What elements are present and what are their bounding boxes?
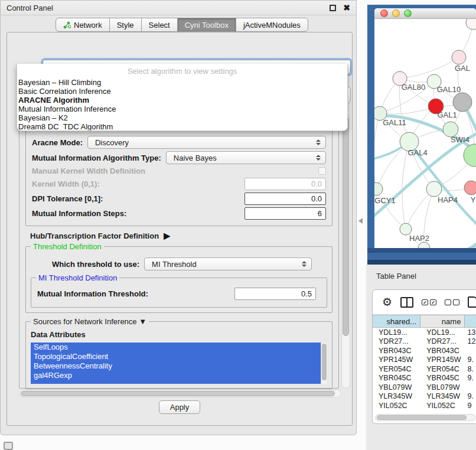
dpi-tolerance-field[interactable]: 0.0	[244, 193, 326, 205]
algorithm-option-basic-correlation-inference[interactable]: Basic Correlation Inference	[17, 87, 347, 96]
algorithm-definition-group: Algorithm Definition Aracne Mode: Discov…	[25, 125, 332, 226]
zoom-window-icon[interactable]	[404, 9, 412, 17]
minimize-window-icon[interactable]	[392, 9, 400, 17]
attributes-list-scrollbar[interactable]	[321, 343, 327, 384]
tab-jactivemnodules[interactable]: jActiveMNodules	[236, 18, 308, 32]
export-table-icon[interactable]	[468, 296, 476, 308]
table-row[interactable]: YIL052CYIL052C9	[373, 401, 476, 410]
table-cell: YPR145W	[420, 356, 465, 365]
table-row[interactable]: YBL079WYBL079W	[373, 383, 476, 392]
close-window-icon[interactable]	[380, 9, 388, 17]
algorithm-option-bayesian-hill-climbing[interactable]: Bayesian – Hill Climbing	[17, 78, 347, 87]
mi-threshold-definition-title: MI Threshold Definition	[36, 273, 119, 282]
network-node[interactable]	[464, 144, 476, 167]
network-canvas[interactable]: GALGAL80GAL10GAL1GAL11SWI4GAL4GCY1HAP4YH…	[374, 19, 476, 248]
table-cell: YBR043C	[373, 346, 420, 356]
table-cell	[465, 383, 476, 392]
table-row[interactable]: YBR045CYBR045C9.	[373, 374, 476, 383]
network-window-titlebar[interactable]	[374, 8, 476, 19]
frame-band	[367, 248, 476, 253]
attribute-item-topologicalcoefficient[interactable]: TopologicalCoefficient	[31, 352, 321, 361]
mi-algorithm-type-combobox[interactable]: Naive Bayes	[166, 151, 326, 164]
network-node[interactable]	[418, 242, 430, 248]
algorithm-option-dream8-dc-tdc-algorithm[interactable]: Dream8 DC_TDC Algorithm	[17, 122, 347, 131]
network-node[interactable]	[466, 19, 476, 30]
node-label: GAL4	[407, 148, 427, 157]
select-all-checkboxes-icon[interactable]: ✓✓	[422, 299, 436, 305]
network-node-gal[interactable]	[452, 50, 466, 64]
mi-threshold-label: Mutual Information Threshold:	[37, 289, 148, 298]
tab-style[interactable]: Style	[109, 18, 142, 32]
chevron-down-icon[interactable]: ▼	[139, 317, 146, 326]
control-panel-titlebar: Control Panel ✖	[1, 1, 356, 15]
algorithm-option-bayesian-k2[interactable]: Bayesian – K2	[17, 113, 347, 122]
table-container: ⚙ ✓✓ shared...name YDL19...YDL19...13YDR…	[372, 289, 476, 424]
table-cell: YPR145W	[373, 356, 420, 365]
network-node-hap2[interactable]	[400, 223, 412, 235]
table-cell: YIL052C	[373, 401, 420, 410]
table-row[interactable]: YDR27...YDR27...12	[373, 337, 476, 347]
table-row[interactable]: YER054CYER054C8.	[373, 364, 476, 374]
collapsed-panel-chip[interactable]	[4, 442, 13, 450]
column-header-name[interactable]: name	[420, 315, 465, 327]
network-edge	[374, 113, 380, 189]
node-label: GAL80	[402, 83, 425, 92]
table-cell: YBL079W	[420, 383, 465, 392]
mi-threshold-definition-group: MI Threshold Definition Mutual Informati…	[31, 278, 327, 308]
settings-horizontal-scrollbar[interactable]	[19, 390, 341, 397]
data-attributes-label: Data Attributes	[31, 330, 327, 339]
column-header-shared-[interactable]: shared...	[373, 315, 420, 327]
node-label: GAL11	[383, 118, 406, 127]
node-label: GCY1	[374, 196, 395, 205]
sources-group-title: Sources for Network Inference ▼	[31, 317, 149, 326]
network-node[interactable]	[453, 93, 472, 112]
table-row[interactable]: YBR043CYBR043C	[373, 346, 476, 356]
deselect-all-checkboxes-icon[interactable]	[445, 299, 459, 305]
attribute-item-gal4rgexp[interactable]: gal4RGexp	[31, 371, 321, 380]
close-icon[interactable]: ✖	[343, 4, 350, 12]
hub-definition-expander[interactable]: Hub/Transcription Factor Definition ▶	[30, 231, 334, 240]
data-attributes-list[interactable]: SelfLoopsTopologicalCoefficientBetweenne…	[31, 343, 321, 384]
manual-kernel-width-checkbox[interactable]	[318, 167, 326, 175]
node-label: GAL1	[437, 110, 457, 119]
frame-band	[367, 260, 476, 265]
attribute-item-selfloops[interactable]: SelfLoops	[31, 343, 321, 352]
table-row[interactable]: YDL19...YDL19...13	[373, 328, 476, 337]
table-cell	[465, 346, 476, 356]
node-label: HAP2	[409, 234, 429, 243]
mi-algorithm-type-value: Naive Bayes	[174, 154, 314, 162]
table-row[interactable]: YPR145WYPR145W9.	[373, 356, 476, 365]
float-panel-icon[interactable]	[330, 5, 336, 11]
manual-kernel-width-label: Manual Kernel Width Definition	[32, 167, 145, 175]
node-label: Y	[471, 195, 476, 204]
settings-vertical-scrollbar[interactable]	[341, 115, 350, 389]
column-header-clipped[interactable]	[465, 315, 476, 327]
kernel-width-field[interactable]: 0.0	[244, 178, 326, 190]
table-row[interactable]: YLR345WYLR345W9.	[373, 392, 476, 402]
network-node-gcy1[interactable]	[374, 182, 383, 195]
mi-steps-field[interactable]: 6	[244, 207, 326, 220]
table-cell: YER054C	[373, 364, 420, 374]
algorithm-option-aracne-algorithm[interactable]: ARACNE Algorithm	[17, 96, 347, 105]
split-columns-icon[interactable]	[400, 297, 413, 308]
split-pane-handle-icon[interactable]	[358, 218, 363, 224]
network-node-hap4[interactable]	[426, 181, 442, 197]
tab-cyni-toolbox[interactable]: Cyni Toolbox	[177, 18, 236, 32]
gear-icon[interactable]: ⚙	[382, 296, 392, 308]
mi-threshold-field[interactable]: 0.5	[234, 288, 316, 300]
which-threshold-combobox[interactable]: MI Threshold	[144, 257, 312, 270]
table-horizontal-scrollbar[interactable]	[375, 414, 475, 421]
network-node-y[interactable]	[464, 181, 476, 195]
table-cell: 9.	[465, 374, 476, 383]
network-icon	[63, 21, 71, 29]
algorithm-option-mutual-information-inference[interactable]: Mutual Information Inference	[17, 105, 347, 113]
tab-network[interactable]: Network	[56, 18, 110, 32]
apply-button[interactable]: Apply	[159, 400, 200, 414]
attribute-item-betweennesscentrality[interactable]: BetweennessCentrality	[31, 361, 321, 371]
chevron-right-icon: ▶	[164, 231, 170, 240]
control-panel: Control Panel ✖ NetworkStyleSelectCyni T…	[0, 0, 357, 435]
aracne-mode-combobox[interactable]: Discovery	[87, 136, 326, 149]
tab-select[interactable]: Select	[141, 18, 178, 32]
which-threshold-label: Which threshold to use:	[52, 260, 139, 269]
network-graph: GALGAL80GAL10GAL1GAL11SWI4GAL4GCY1HAP4YH…	[374, 19, 476, 248]
